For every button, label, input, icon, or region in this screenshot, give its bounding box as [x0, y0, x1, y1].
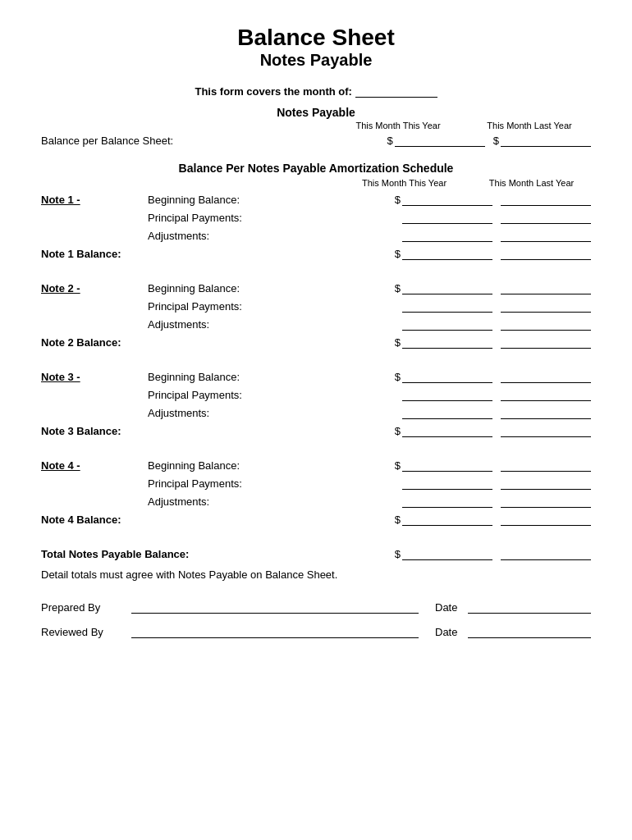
- note-1-sub-row-1: Principal Payments:: [41, 211, 591, 224]
- note-1-this-year-input-0[interactable]: [402, 193, 492, 206]
- note-4-balance-this-year: $: [395, 513, 492, 526]
- note-1-this-year-1: [402, 211, 492, 224]
- note-1-this-year-2: [402, 229, 492, 242]
- amort-col2: This Month Last Year: [472, 178, 591, 188]
- note-4-balance-label: Note 4 Balance:: [41, 514, 395, 526]
- note-3-desc-1: Principal Payments:: [148, 389, 402, 401]
- note-1-balance-last-year: [501, 247, 591, 260]
- note-2-this-year-input-1[interactable]: [402, 299, 492, 313]
- prepared-date-line[interactable]: [468, 600, 591, 614]
- dollar-sign-bal-2: $: [395, 336, 401, 349]
- note-3-this-year-2: [402, 406, 492, 419]
- note-1-this-year-input-1[interactable]: [402, 211, 492, 224]
- amortization-col-headers: This Month This Year This Month Last Yea…: [41, 178, 591, 188]
- prepared-by-row: Prepared By Date: [41, 600, 591, 614]
- total-last-year-input[interactable]: [501, 547, 591, 560]
- note-3-last-year-2: [501, 406, 591, 419]
- note-3-this-year-input-2[interactable]: [402, 406, 492, 419]
- note-1-last-year-2: [501, 229, 591, 242]
- prepared-by-line[interactable]: [131, 600, 419, 614]
- dollar-sign-bal-1: $: [395, 248, 401, 260]
- note-3-this-year-input-0[interactable]: [402, 370, 492, 383]
- balance-last-year-field: $: [493, 134, 591, 147]
- note-2-desc-1: Principal Payments:: [148, 300, 402, 313]
- note-4-this-year-0: $: [395, 459, 492, 472]
- note-4-balance-last-year-input[interactable]: [501, 513, 591, 526]
- notes-payable-label: Notes Payable: [41, 106, 591, 119]
- note-3-last-year-input-0[interactable]: [501, 370, 591, 383]
- note-3-balance-this-year-input[interactable]: [402, 424, 492, 437]
- title-line1: Balance Sheet: [41, 25, 591, 51]
- note-2-fields-1: [402, 299, 591, 313]
- note-4-last-year-1: [501, 477, 591, 490]
- note-4-this-year-input-1[interactable]: [402, 477, 492, 490]
- note-1-row-0: Note 1 -Beginning Balance:$: [41, 193, 591, 206]
- note-4-balance-this-year-input[interactable]: [402, 513, 492, 526]
- col-header-last-year: This Month Last Year: [468, 121, 591, 130]
- note-4-last-year-2: [501, 495, 591, 508]
- note-1-balance-this-year-input[interactable]: [402, 247, 492, 260]
- note-1-last-year-input-0[interactable]: [501, 193, 591, 206]
- note-2-this-year-input-2[interactable]: [402, 317, 492, 331]
- dollar-sign-note-3-0: $: [395, 371, 401, 383]
- note-3-balance-last-year-input[interactable]: [501, 424, 591, 437]
- note-3-balance-row: Note 3 Balance:$: [41, 424, 591, 437]
- note-2-balance-this-year-input[interactable]: [402, 336, 492, 349]
- title-line2: Notes Payable: [41, 51, 591, 70]
- reviewed-by-line[interactable]: [131, 625, 419, 638]
- balance-per-balance-sheet-label: Balance per Balance Sheet:: [41, 135, 387, 147]
- form-covers-label: This form covers the month of:: [195, 85, 351, 98]
- note-4-this-year-input-0[interactable]: [402, 459, 492, 472]
- note-3-balance-last-year: [501, 424, 591, 437]
- note-2-balance-row: Note 2 Balance:$: [41, 336, 591, 349]
- col-header-this-year: This Month This Year: [337, 121, 460, 130]
- balance-sheet-col-headers: This Month This Year This Month Last Yea…: [41, 121, 591, 130]
- note-4-label: Note 4 -: [41, 459, 148, 472]
- note-4-fields-1: [402, 477, 591, 490]
- note-4-desc-1: Principal Payments:: [148, 477, 402, 490]
- note-1-last-year-input-1[interactable]: [501, 211, 591, 224]
- note-4-last-year-input-1[interactable]: [501, 477, 591, 490]
- dollar-sign-2: $: [493, 135, 499, 147]
- note-4-desc-2: Adjustments:: [148, 495, 402, 508]
- note-1-last-year-input-2[interactable]: [501, 229, 591, 242]
- note-4-this-year-2: [402, 495, 492, 508]
- note-3-desc-2: Adjustments:: [148, 407, 402, 419]
- note-2-last-year-input-0[interactable]: [501, 281, 591, 294]
- note-4-this-year-input-2[interactable]: [402, 495, 492, 508]
- note-2-last-year-1: [501, 299, 591, 313]
- note-2-this-year-input-0[interactable]: [402, 281, 492, 294]
- form-covers-row: This form covers the month of:: [41, 84, 591, 98]
- month-field[interactable]: [355, 84, 437, 98]
- note-1-sub-row-2: Adjustments:: [41, 229, 591, 242]
- page-title: Balance Sheet Notes Payable: [41, 25, 591, 70]
- note-2-balance-last-year-input[interactable]: [501, 336, 591, 349]
- note-2-fields-2: [402, 317, 591, 331]
- note-2-last-year-input-2[interactable]: [501, 317, 591, 331]
- note-4-row-0: Note 4 -Beginning Balance:$: [41, 459, 591, 472]
- note-1-this-year-input-2[interactable]: [402, 229, 492, 242]
- note-4-last-year-0: [501, 459, 591, 472]
- balance-this-year-input[interactable]: [395, 134, 485, 147]
- note-1-last-year-0: [501, 193, 591, 206]
- note-2-fields-0: $: [395, 281, 591, 294]
- total-this-year-input[interactable]: [402, 547, 492, 560]
- reviewed-date-line[interactable]: [468, 625, 591, 638]
- note-4-last-year-input-2[interactable]: [501, 495, 591, 508]
- balance-last-year-input[interactable]: [501, 134, 591, 147]
- note-3-row-0: Note 3 -Beginning Balance:$: [41, 370, 591, 383]
- total-label: Total Notes Payable Balance:: [41, 548, 395, 560]
- notes-container: Note 1 -Beginning Balance:$Principal Pay…: [41, 193, 591, 539]
- note-3-this-year-input-1[interactable]: [402, 388, 492, 401]
- note-2-last-year-input-1[interactable]: [501, 299, 591, 313]
- note-3-fields-1: [402, 388, 591, 401]
- note-2-balance-last-year: [501, 336, 591, 349]
- detail-note: Detail totals must agree with Notes Paya…: [41, 568, 591, 581]
- note-1-fields-2: [402, 229, 591, 242]
- date-label-1: Date: [435, 601, 468, 614]
- note-4-sub-row-2: Adjustments:: [41, 495, 591, 508]
- note-3-last-year-input-2[interactable]: [501, 406, 591, 419]
- note-4-last-year-input-0[interactable]: [501, 459, 591, 472]
- note-1-balance-last-year-input[interactable]: [501, 247, 591, 260]
- note-3-last-year-input-1[interactable]: [501, 388, 591, 401]
